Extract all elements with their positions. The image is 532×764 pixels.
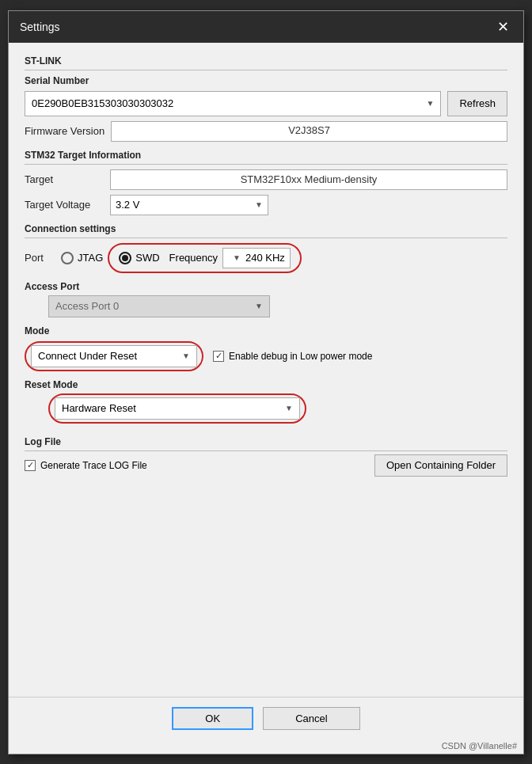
stlink-section: ST-LINK Serial Number 0E290B0EB315303030…: [25, 55, 507, 142]
serial-number-label: Serial Number: [25, 75, 507, 86]
generate-log-checkbox[interactable]: ✓: [25, 460, 36, 471]
target-voltage-row: Target Voltage 3.2 V ▼: [25, 195, 507, 215]
swd-radio[interactable]: [119, 252, 131, 264]
jtag-radio[interactable]: [61, 252, 74, 264]
target-label: Target: [25, 173, 104, 185]
ok-button[interactable]: OK: [172, 707, 253, 730]
stlink-section-title: ST-LINK: [25, 55, 507, 67]
frequency-section: Frequency ▼ 240 KHz: [169, 248, 291, 268]
mode-section: Mode Connect Under Reset ▼ ✓ Enable debu…: [25, 325, 507, 371]
firmware-version-value: V2J38S7: [111, 121, 507, 142]
access-port-arrow: ▼: [255, 302, 263, 310]
dialog-title: Settings: [20, 21, 60, 33]
mode-dropdown[interactable]: Connect Under Reset ▼: [31, 345, 197, 367]
jtag-option[interactable]: JTAG: [61, 252, 103, 264]
access-port-section: Access Port Access Port 0 ▼: [25, 281, 507, 317]
reset-mode-label: Reset Mode: [25, 379, 507, 390]
cancel-button[interactable]: Cancel: [263, 707, 359, 730]
connection-section-title: Connection settings: [25, 223, 507, 234]
reset-oval: Hardware Reset ▼: [48, 393, 306, 424]
bottom-bar: OK Cancel: [9, 697, 523, 739]
target-section-title: STM32 Target Information: [25, 150, 507, 161]
generate-log-row: ✓ Generate Trace LOG File: [25, 460, 147, 471]
swd-radio-dot: [122, 255, 128, 261]
log-file-label: Log File: [25, 436, 507, 447]
mode-oval: Connect Under Reset ▼: [25, 341, 203, 371]
target-row: Target STM32F10xx Medium-density: [25, 169, 507, 190]
firmware-version-label: Firmware Version: [25, 125, 104, 137]
enable-debug-label: Enable debug in Low power mode: [229, 351, 372, 362]
access-port-dropdown[interactable]: Access Port 0 ▼: [48, 295, 270, 317]
log-file-section: Log File ✓ Generate Trace LOG File Open …: [25, 436, 507, 477]
access-port-row: Access Port 0 ▼: [48, 295, 507, 317]
frequency-value: 240 KHz: [245, 252, 285, 264]
reset-dropdown-arrow: ▼: [285, 404, 293, 412]
title-bar: Settings ✕: [9, 11, 523, 43]
jtag-label: JTAG: [78, 252, 103, 264]
swd-option[interactable]: SWD: [119, 252, 159, 264]
watermark: CSDN @Villanelle#: [9, 739, 523, 754]
mode-row: Connect Under Reset ▼ ✓ Enable debug in …: [25, 341, 507, 371]
frequency-label: Frequency: [169, 252, 218, 264]
settings-dialog: Settings ✕ ST-LINK Serial Number 0E290B0…: [8, 10, 524, 754]
voltage-value: 3.2 V: [116, 199, 139, 211]
frequency-dropdown[interactable]: ▼ 240 KHz: [222, 248, 291, 268]
serial-dropdown-arrow: ▼: [427, 99, 435, 108]
mode-label: Mode: [25, 325, 507, 336]
reset-mode-dropdown[interactable]: Hardware Reset ▼: [55, 397, 300, 420]
reset-mode-row: Hardware Reset ▼: [48, 393, 507, 424]
serial-number-value: 0E290B0EB315303030303032: [32, 97, 173, 109]
mode-value: Connect Under Reset: [38, 350, 137, 362]
dialog-content: ST-LINK Serial Number 0E290B0EB315303030…: [9, 43, 523, 697]
generate-log-label: Generate Trace LOG File: [40, 460, 147, 471]
voltage-dropdown[interactable]: 3.2 V ▼: [110, 195, 268, 215]
open-folder-button[interactable]: Open Containing Folder: [374, 454, 507, 477]
mode-dropdown-arrow: ▼: [182, 352, 190, 360]
voltage-arrow: ▼: [255, 200, 263, 209]
generate-log-checkmark: ✓: [27, 460, 34, 470]
swd-label: SWD: [135, 252, 159, 264]
swd-freq-oval: SWD Frequency ▼ 240 KHz: [108, 243, 302, 273]
enable-debug-row: ✓ Enable debug in Low power mode: [213, 351, 372, 362]
firmware-version-row: Firmware Version V2J38S7: [25, 121, 507, 142]
enable-debug-checkbox[interactable]: ✓: [213, 351, 224, 362]
refresh-button[interactable]: Refresh: [447, 91, 507, 116]
target-value: STM32F10xx Medium-density: [110, 169, 507, 190]
target-info-section: STM32 Target Information Target STM32F10…: [25, 150, 507, 215]
serial-number-row: 0E290B0EB315303030303032 ▼ Refresh: [25, 91, 507, 116]
serial-number-dropdown[interactable]: 0E290B0EB315303030303032 ▼: [25, 91, 441, 116]
port-row: Port JTAG SWD: [25, 243, 507, 273]
access-port-value: Access Port 0: [55, 300, 119, 312]
port-label: Port: [25, 252, 56, 264]
reset-mode-section: Reset Mode Hardware Reset ▼: [25, 379, 507, 424]
access-port-label: Access Port: [25, 281, 507, 292]
voltage-label: Target Voltage: [25, 199, 104, 211]
connection-section: Connection settings Port JTAG: [25, 223, 507, 424]
freq-dropdown-arrow: ▼: [233, 253, 241, 262]
enable-debug-checkmark: ✓: [215, 351, 222, 361]
close-button[interactable]: ✕: [493, 17, 512, 36]
log-file-row: ✓ Generate Trace LOG File Open Containin…: [25, 454, 507, 477]
reset-mode-value: Hardware Reset: [62, 402, 136, 414]
